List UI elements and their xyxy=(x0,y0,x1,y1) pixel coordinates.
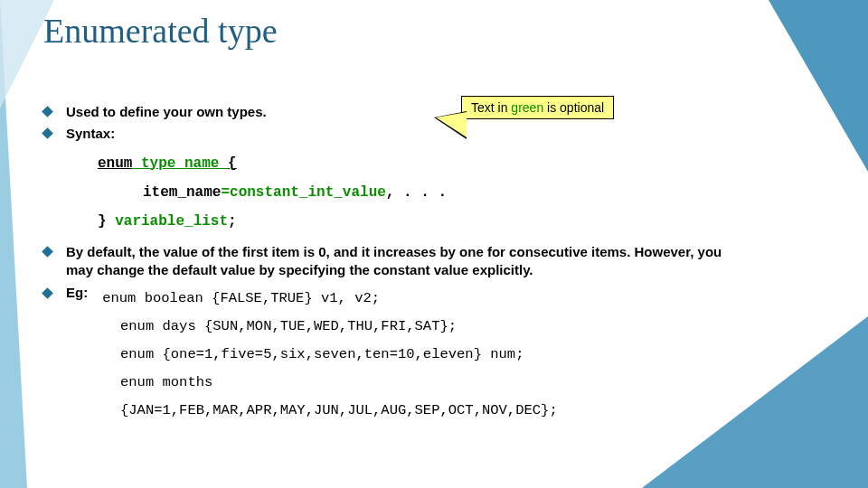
bullet-icon xyxy=(42,106,53,117)
syntax-item-name: item_name xyxy=(143,184,221,201)
syntax-var-list: variable_list xyxy=(107,213,228,230)
eg-example-4b: {JAN=1,FEB,MAR,APR,MAY,JUN,JUL,AUG,SEP,O… xyxy=(120,397,814,425)
eg-examples-rest: enum days {SUN,MON,TUE,WED,THU,FRI,SAT};… xyxy=(120,313,814,425)
eg-label: Eg: xyxy=(66,285,88,300)
eg-example-2: enum days {SUN,MON,TUE,WED,THU,FRI,SAT}; xyxy=(120,313,814,341)
bullet-icon xyxy=(42,246,53,258)
bullet-text: Syntax: xyxy=(66,125,115,143)
bullet-icon xyxy=(42,287,53,299)
bullet-text: By default, the value of the first item … xyxy=(66,243,731,280)
bullet-used-to: Used to define your own types. xyxy=(43,103,814,121)
slide: Enumerated type Text in green is optiona… xyxy=(0,0,868,488)
bullet-eg: Eg: enum boolean {FALSE,TRUE} v1, v2; xyxy=(43,285,814,313)
bullet-syntax: Syntax: xyxy=(43,125,814,143)
syntax-eq-const: =constant_int_value xyxy=(221,184,385,201)
eg-example-4a: enum months xyxy=(120,369,814,397)
bullet-icon xyxy=(42,127,53,139)
eg-example-3: enum {one=1,five=5,six,seven,ten=10,elev… xyxy=(120,341,814,369)
syntax-line-3: } variable_list; xyxy=(98,207,814,236)
syntax-rest: , . . . xyxy=(386,184,447,201)
bullet-text: Used to define your own types. xyxy=(66,103,267,121)
syntax-enum-kw: enum xyxy=(98,155,132,172)
syntax-line-1: enum type_name { xyxy=(98,149,814,178)
syntax-line-2: item_name=constant_int_value, . . . xyxy=(143,178,814,207)
bullet-default: By default, the value of the first item … xyxy=(43,243,731,280)
page-title: Enumerated type xyxy=(43,11,278,51)
syntax-open-brace: { xyxy=(228,155,237,172)
syntax-block: enum type_name { item_name=constant_int_… xyxy=(98,149,814,236)
syntax-type-name: type_name xyxy=(132,155,228,172)
syntax-close-brace: } xyxy=(98,213,107,230)
content-area: Used to define your own types. Syntax: e… xyxy=(43,99,814,425)
eg-example-1: enum boolean {FALSE,TRUE} v1, v2; xyxy=(102,285,380,313)
syntax-semi: ; xyxy=(228,213,237,230)
